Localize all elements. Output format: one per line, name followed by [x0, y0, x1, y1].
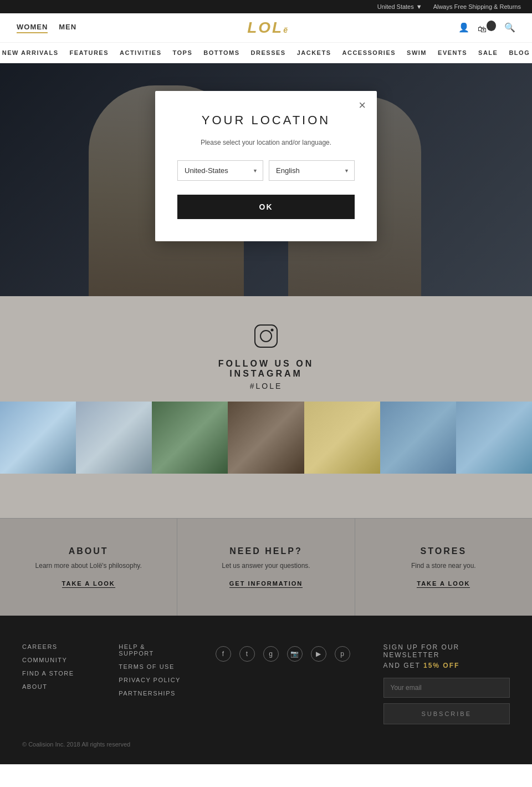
- newsletter-discount: AND GET 15% OFF: [383, 662, 510, 669]
- nav-new-arrivals[interactable]: NEW ARRIVALS: [2, 49, 59, 56]
- footer-info: ABOUT Learn more about Lolë's philosophy…: [0, 518, 532, 616]
- shipping-label: Always Free Shipping & Returns: [433, 3, 521, 10]
- main-footer: CAREERS COMMUNITY FIND A STORE ABOUT HEL…: [0, 616, 532, 764]
- newsletter-email-input[interactable]: [383, 678, 510, 698]
- footer-links-col-1: CAREERS COMMUNITY FIND A STORE ABOUT: [22, 643, 85, 697]
- search-icon[interactable]: 🔍: [504, 22, 515, 33]
- location-modal: × YOUR LOCATION Please select your locat…: [155, 91, 377, 241]
- svg-point-2: [271, 329, 274, 332]
- instagram-image-7[interactable]: [456, 402, 532, 474]
- category-nav: NEW ARRIVALS FEATURES ACTIVITIES TOPS BO…: [0, 43, 532, 63]
- location-select[interactable]: United-States Canada United Kingdom Fran…: [177, 160, 263, 181]
- stores-link[interactable]: TAKE A LOOK: [417, 580, 470, 588]
- language-select-wrapper: English French Spanish German: [269, 160, 355, 181]
- modal-selects: United-States Canada United Kingdom Fran…: [177, 160, 355, 181]
- nav-features[interactable]: FEATURES: [70, 49, 109, 56]
- stores-desc: Find a store near you.: [366, 562, 521, 570]
- nav-tops[interactable]: TOPS: [173, 49, 193, 56]
- newsletter-subscribe-button[interactable]: SUBSCRIBE: [383, 703, 510, 724]
- footer-link-terms[interactable]: TERMS OF USE: [119, 663, 182, 670]
- modal-subtitle: Please select your location and/or langu…: [177, 139, 355, 146]
- location-select-wrapper: United-States Canada United Kingdom Fran…: [177, 160, 263, 181]
- help-link[interactable]: GET INFORMATION: [229, 580, 303, 588]
- hero-section: × YOUR LOCATION Please select your locat…: [0, 63, 532, 296]
- cart-icon[interactable]: 🛍0: [478, 21, 496, 34]
- nav-blog[interactable]: BLOG: [509, 49, 530, 56]
- nav-accessories[interactable]: ACCESSORIES: [342, 49, 396, 56]
- help-desc: Let us answer your questions.: [188, 562, 343, 570]
- facebook-icon[interactable]: f: [216, 646, 231, 662]
- logo[interactable]: LOLë: [247, 19, 288, 37]
- instagram-image-2[interactable]: [76, 402, 152, 474]
- stores-heading: STORES: [366, 546, 521, 556]
- footer-copyright: © Coalision Inc. 2018 All rights reserve…: [22, 741, 510, 748]
- footer-top: CAREERS COMMUNITY FIND A STORE ABOUT HEL…: [22, 643, 510, 724]
- help-heading: NEED HELP?: [188, 546, 343, 556]
- instagram-social-icon[interactable]: 📷: [287, 646, 303, 662]
- instagram-image-5[interactable]: [304, 402, 380, 474]
- instagram-icon: [0, 324, 532, 353]
- svg-point-1: [260, 331, 272, 342]
- language-select[interactable]: English French Spanish German: [269, 160, 355, 181]
- pinterest-icon[interactable]: p: [335, 646, 350, 662]
- instagram-image-3[interactable]: [152, 402, 228, 474]
- modal-title: YOUR LOCATION: [177, 113, 355, 128]
- instagram-image-1[interactable]: [0, 402, 76, 474]
- footer-link-careers[interactable]: CAREERS: [22, 643, 85, 650]
- footer-link-help[interactable]: HELP & SUPPORT: [119, 643, 182, 657]
- account-icon[interactable]: 👤: [458, 22, 469, 33]
- modal-ok-button[interactable]: OK: [177, 195, 355, 219]
- footer-about-col: ABOUT Learn more about Lolë's philosophy…: [0, 519, 177, 616]
- nav-bottoms[interactable]: BOTTOMS: [203, 49, 239, 56]
- nav-men[interactable]: MEN: [59, 23, 76, 33]
- nav-dresses[interactable]: DRESSES: [251, 49, 286, 56]
- about-link[interactable]: TAKE A LOOK: [62, 580, 115, 588]
- nav-women[interactable]: WOMEN: [17, 23, 48, 33]
- footer-link-partnerships[interactable]: PARTNERSHIPS: [119, 690, 182, 697]
- newsletter-title: SIGN UP FOR OUR NEWSLETTER: [383, 643, 510, 659]
- modal-overlay: × YOUR LOCATION Please select your locat…: [0, 63, 532, 296]
- instagram-grid: [0, 402, 532, 474]
- footer-help-col: NEED HELP? Let us answer your questions.…: [177, 519, 355, 616]
- header-icons: 👤 🛍0 🔍: [458, 21, 515, 34]
- chevron-down-icon: ▼: [416, 3, 422, 10]
- instagram-hashtag: #LOLE: [0, 382, 532, 390]
- top-bar: United States ▼ Always Free Shipping & R…: [0, 0, 532, 13]
- about-desc: Learn more about Lolë's philosophy.: [11, 562, 166, 570]
- instagram-image-6[interactable]: [380, 402, 456, 474]
- footer-link-find-store[interactable]: FIND A STORE: [22, 670, 85, 677]
- modal-close-button[interactable]: ×: [359, 99, 366, 111]
- location-label: United States: [377, 3, 414, 10]
- svg-rect-0: [255, 325, 277, 347]
- main-nav: WOMEN MEN: [17, 23, 76, 33]
- footer-stores-col: STORES Find a store near you. TAKE A LOO…: [355, 519, 532, 616]
- footer-link-community[interactable]: COMMUNITY: [22, 657, 85, 663]
- nav-sale[interactable]: SALE: [478, 49, 498, 56]
- about-heading: ABOUT: [11, 546, 166, 556]
- instagram-section: FOLLOW US ON INSTAGRAM #LOLE: [0, 296, 532, 474]
- footer-links-col-2: HELP & SUPPORT TERMS OF USE PRIVACY POLI…: [119, 643, 182, 703]
- footer-social: f t g 📷 ▶ p: [216, 643, 350, 662]
- instagram-title: FOLLOW US ON INSTAGRAM: [0, 359, 532, 379]
- header: WOMEN MEN LOLë 👤 🛍0 🔍: [0, 13, 532, 43]
- nav-activities[interactable]: ACTIVITIES: [120, 49, 162, 56]
- footer-newsletter: SIGN UP FOR OUR NEWSLETTER AND GET 15% O…: [383, 643, 510, 724]
- footer-spacer: [0, 474, 532, 518]
- nav-jackets[interactable]: JACKETS: [297, 49, 331, 56]
- instagram-image-4[interactable]: [228, 402, 304, 474]
- location-selector[interactable]: United States ▼: [377, 3, 422, 10]
- google-icon[interactable]: g: [263, 646, 279, 662]
- youtube-icon[interactable]: ▶: [311, 646, 326, 662]
- cart-count: 0: [487, 21, 496, 31]
- nav-swim[interactable]: SWIM: [407, 49, 427, 56]
- discount-value: 15% OFF: [423, 662, 459, 669]
- nav-events[interactable]: EVENTS: [438, 49, 467, 56]
- twitter-icon[interactable]: t: [239, 646, 255, 662]
- footer-link-about[interactable]: ABOUT: [22, 683, 85, 690]
- footer-link-privacy[interactable]: PRIVACY POLICY: [119, 677, 182, 683]
